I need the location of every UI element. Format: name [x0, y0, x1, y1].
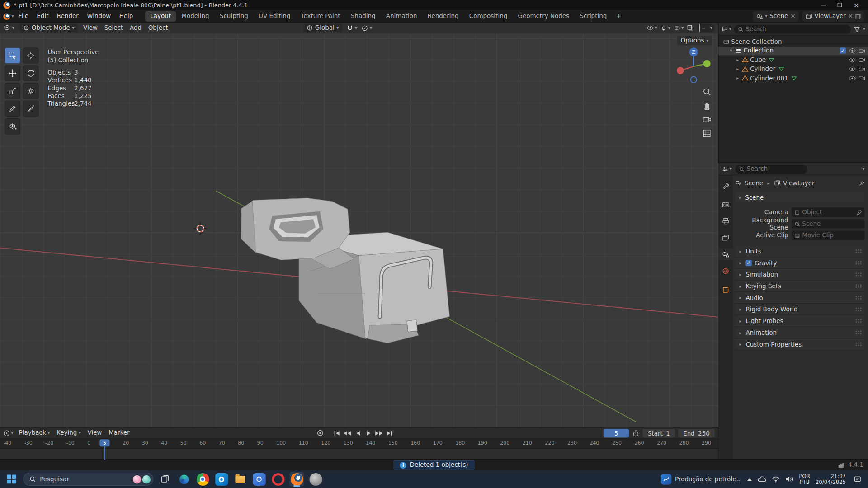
- tool-rotate[interactable]: [23, 65, 39, 81]
- tray-chevron-icon[interactable]: [748, 478, 752, 480]
- section-light-probes[interactable]: ▸Light Probes: [735, 315, 865, 327]
- menu-help[interactable]: Help: [115, 11, 137, 21]
- hide-eye-icon[interactable]: [849, 66, 856, 72]
- menu-file[interactable]: File: [14, 11, 33, 21]
- properties-search-input[interactable]: Search: [735, 164, 807, 174]
- pan-hand-icon[interactable]: [703, 101, 712, 110]
- timeline-body[interactable]: [0, 449, 718, 459]
- viewport-canvas[interactable]: User Perspective (5) Collection Objects3…: [0, 33, 718, 427]
- outliner-row-cylinder-001[interactable]: ▸ Cylinder.001: [718, 74, 868, 83]
- scene-panel-header[interactable]: ▾ Scene: [735, 192, 865, 203]
- tool-transform[interactable]: [23, 83, 39, 99]
- outliner-row-scene-collection[interactable]: Scene Collection: [718, 37, 868, 46]
- properties-options-icon[interactable]: ▾: [863, 167, 865, 171]
- render-camera-icon[interactable]: [859, 66, 865, 72]
- navigation-gizmo[interactable]: Z: [671, 44, 716, 89]
- photos-app-button[interactable]: [252, 472, 266, 486]
- section-audio[interactable]: ▸Audio: [735, 292, 865, 304]
- gizmo-x-axis[interactable]: [677, 67, 684, 74]
- zoom-icon[interactable]: [703, 87, 712, 96]
- tool-measure[interactable]: [23, 101, 39, 117]
- section-rigid-body-world[interactable]: ▸Rigid Body World: [735, 304, 865, 315]
- outliner-options-icon[interactable]: ▾: [863, 27, 865, 31]
- disclosure-icon[interactable]: ▸: [735, 57, 740, 62]
- filter-icon[interactable]: [854, 26, 860, 33]
- outliner-search-input[interactable]: Search: [734, 24, 851, 33]
- minimize-button[interactable]: [815, 0, 831, 10]
- speaker-icon[interactable]: [786, 476, 793, 483]
- outliner-row-cube[interactable]: ▸ Cube: [718, 55, 868, 64]
- vp-menu-add[interactable]: Add: [130, 24, 142, 32]
- tool-scale[interactable]: [5, 83, 21, 99]
- outlook-app-button[interactable]: O: [214, 472, 229, 486]
- wifi-icon[interactable]: [772, 476, 780, 483]
- orientation-dropdown[interactable]: Global ▾: [303, 24, 342, 32]
- render-camera-icon[interactable]: [859, 75, 865, 81]
- snap-button[interactable]: ▾: [347, 24, 357, 31]
- notification-center-button[interactable]: [851, 473, 863, 485]
- section-custom-properties[interactable]: ▸Custom Properties: [735, 338, 865, 350]
- menu-edit[interactable]: Edit: [33, 11, 52, 21]
- onedrive-icon[interactable]: [758, 476, 767, 483]
- remove-viewlayer-icon[interactable]: ×: [848, 13, 853, 20]
- shading-solid-button[interactable]: [702, 28, 705, 28]
- 3d-scene[interactable]: [0, 33, 718, 427]
- render-camera-icon[interactable]: [859, 57, 865, 62]
- tab-uv-editing[interactable]: UV Editing: [254, 11, 295, 21]
- section-simulation[interactable]: ▸Simulation: [735, 269, 865, 281]
- tool-select-box[interactable]: [5, 47, 21, 64]
- next-keyframe-button[interactable]: [374, 429, 384, 438]
- mode-dropdown[interactable]: Object Mode ▾: [20, 24, 78, 32]
- outliner-editor-type-button[interactable]: ▾: [722, 26, 731, 33]
- editor-type-button[interactable]: ▾: [3, 24, 14, 32]
- playhead-marker[interactable]: 5: [99, 439, 109, 446]
- tool-move[interactable]: [5, 65, 21, 81]
- hide-eye-icon[interactable]: [849, 57, 856, 63]
- add-workspace-button[interactable]: +: [613, 12, 625, 21]
- shading-wireframe-button[interactable]: [699, 24, 700, 32]
- tab-viewlayer-properties[interactable]: [718, 232, 733, 244]
- camera-view-icon[interactable]: [703, 115, 712, 124]
- tab-texture-paint[interactable]: Texture Paint: [296, 11, 345, 21]
- tab-modeling[interactable]: Modeling: [176, 11, 214, 21]
- render-camera-icon[interactable]: [859, 48, 865, 53]
- taskbar-search[interactable]: Pesquisar: [23, 473, 153, 486]
- blender-app-button[interactable]: [289, 472, 304, 486]
- section-units[interactable]: ▸Units: [735, 246, 865, 258]
- scene-selector[interactable]: ▾ Scene ×: [753, 11, 799, 21]
- playhead-line[interactable]: [104, 446, 105, 460]
- chrome-app-button[interactable]: [195, 472, 210, 486]
- menu-render[interactable]: Render: [53, 11, 82, 21]
- disclosure-icon[interactable]: ▾: [728, 48, 733, 53]
- outliner-row-collection[interactable]: ▾ Collection ✓: [718, 46, 868, 55]
- close-button[interactable]: ×: [848, 0, 865, 10]
- model-mesh[interactable]: [241, 198, 449, 343]
- gizmos-dropdown[interactable]: ▾: [660, 24, 670, 31]
- eyedropper-icon[interactable]: [856, 209, 862, 215]
- background-scene-field[interactable]: Scene: [792, 219, 865, 229]
- task-view-button[interactable]: [158, 472, 172, 486]
- explorer-app-button[interactable]: [233, 472, 248, 486]
- hide-eye-icon[interactable]: [849, 75, 856, 81]
- tab-geometry-nodes[interactable]: Geometry Nodes: [513, 11, 574, 21]
- blender-menu-button[interactable]: ▾: [3, 13, 14, 20]
- disclosure-icon[interactable]: ▸: [735, 66, 740, 71]
- tool-annotate[interactable]: [5, 101, 21, 117]
- gizmo-y-axis[interactable]: [703, 60, 711, 67]
- tab-sculpting[interactable]: Sculpting: [215, 11, 253, 21]
- tab-shading[interactable]: Shading: [346, 11, 381, 21]
- tab-scripting[interactable]: Scripting: [575, 11, 612, 21]
- edge-app-button[interactable]: [177, 472, 191, 486]
- section-gravity[interactable]: ▸✓Gravity: [735, 257, 865, 269]
- start-button[interactable]: [5, 472, 19, 486]
- menu-window[interactable]: Window: [83, 11, 115, 21]
- unlink-scene-icon[interactable]: ×: [790, 13, 795, 20]
- maximize-button[interactable]: [831, 0, 848, 10]
- news-widget[interactable]: Produção de petróle...: [661, 474, 742, 484]
- section-animation[interactable]: ▸Animation: [735, 327, 865, 339]
- stopwatch-icon[interactable]: [632, 430, 640, 437]
- section-keying-sets[interactable]: ▸Keying Sets: [735, 281, 865, 292]
- tl-menu-keying[interactable]: Keying▾: [57, 429, 81, 436]
- tab-world-properties[interactable]: [718, 265, 733, 277]
- end-frame-field[interactable]: End250: [678, 429, 715, 438]
